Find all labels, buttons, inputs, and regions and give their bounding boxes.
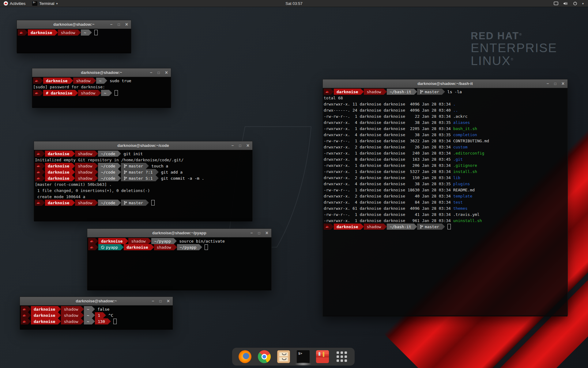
maximize-button[interactable]: □ bbox=[239, 144, 241, 148]
minimize-button[interactable]: − bbox=[152, 299, 154, 303]
file-name: lib bbox=[453, 175, 460, 180]
maximize-button[interactable]: □ bbox=[554, 82, 556, 86]
close-button[interactable]: × bbox=[165, 70, 168, 75]
close-button[interactable]: × bbox=[562, 81, 564, 86]
ls-row: drwxrwxr-x. 11 darknoise darknoise 4096 … bbox=[324, 102, 455, 106]
prompt-segment-path: ~ bbox=[81, 29, 89, 36]
active-app-glow bbox=[295, 362, 312, 366]
prompt-segment-hat bbox=[88, 238, 95, 244]
volume-icon[interactable] bbox=[563, 2, 568, 6]
power-icon[interactable] bbox=[573, 1, 577, 6]
redhat-prompt-icon bbox=[36, 177, 40, 180]
terminal-line: -rw-rw-r--. 1 darknoise darknoise 18630 … bbox=[324, 187, 567, 193]
redhat-prompt-icon bbox=[36, 171, 40, 174]
command-text: git init bbox=[123, 151, 143, 156]
title-bar[interactable]: darknoise@shadow:~ −□× bbox=[20, 297, 173, 305]
maximize-button[interactable]: □ bbox=[118, 23, 120, 26]
terminal-window-code: darknoise@shadow:~/code −□× darknoisesha… bbox=[34, 141, 253, 220]
terminal-content[interactable]: darknoiseshadow~/bash-itmasterls -latota… bbox=[323, 88, 567, 316]
terminal-content[interactable]: darknoiseshadow~/pyappsource bin/activat… bbox=[87, 237, 271, 290]
prompt-segment-branch: master ?:1 bbox=[121, 169, 155, 175]
title-bar[interactable]: darknoise@shadow:~ −□× bbox=[32, 68, 171, 77]
ls-row: drwxrwxr-x. 2 darknoise darknoise 150 Ja… bbox=[324, 175, 460, 180]
toolbox-icon[interactable] bbox=[316, 350, 329, 363]
maximize-button[interactable]: □ bbox=[258, 231, 260, 235]
prompt-segment-user: darknoise bbox=[31, 306, 58, 312]
maximize-button[interactable]: □ bbox=[159, 299, 161, 303]
terminal-line: darknoiseshadow~/bash-itmaster bbox=[324, 224, 567, 230]
terminal-line: drwxrwxr-x. 4 darknoise darknoise 38 Jan… bbox=[324, 119, 567, 125]
minimize-button[interactable]: − bbox=[547, 82, 549, 86]
ls-row: -rw-rw-r--. 1 darknoise darknoise 3622 J… bbox=[324, 139, 489, 143]
file-manager-icon[interactable] bbox=[277, 350, 290, 363]
terminal-line: Initialized empty Git repository in /hom… bbox=[35, 157, 251, 163]
terminal-line: darknoiseshadow~sudo true bbox=[33, 78, 170, 84]
redhat-logo-icon bbox=[4, 1, 8, 6]
ls-row: drwxrwxr-x. 4 darknoise darknoise 38 Jan… bbox=[324, 182, 470, 186]
brand-line-1: RED HAT® bbox=[471, 30, 557, 42]
git-branch-icon bbox=[124, 170, 127, 174]
ls-row: drwxrwxr-x. 61 darknoise darknoise 4096 … bbox=[324, 206, 468, 211]
output-text: 1 file changed, 0 insertions(+), 0 delet… bbox=[35, 188, 150, 193]
minimize-button[interactable]: − bbox=[232, 144, 234, 148]
maximize-button[interactable]: □ bbox=[157, 71, 160, 75]
terminal-line: darknoiseshadow~130 bbox=[21, 318, 172, 324]
window-title: darknoise@shadow:~ bbox=[53, 22, 94, 27]
title-bar[interactable]: darknoise@shadow:~/bash-it −□× bbox=[323, 79, 567, 88]
prompt-segment-hat bbox=[35, 169, 42, 175]
terminal-line: darknoiseshadow~/codemaster S:1git commi… bbox=[35, 175, 251, 181]
prompt-segment-path: ~/pyapp bbox=[177, 244, 199, 250]
close-button[interactable]: × bbox=[125, 22, 128, 27]
prompt-segment-user: darknoise bbox=[43, 78, 70, 84]
close-button[interactable]: × bbox=[167, 299, 170, 304]
terminal-cursor bbox=[447, 224, 451, 229]
redhat-prompt-icon bbox=[36, 164, 40, 167]
system-menu-chevron-icon[interactable]: ▾ bbox=[582, 2, 584, 5]
terminal-content[interactable]: darknoiseshadow~sudo true[sudo] password… bbox=[32, 77, 171, 108]
terminal-cursor bbox=[151, 200, 155, 205]
activities-label: Activities bbox=[10, 1, 25, 6]
clock[interactable]: Sat 03:57 bbox=[0, 1, 588, 6]
prompt-segment-host: shadow bbox=[364, 224, 384, 230]
file-name: .editorconfig bbox=[453, 151, 484, 155]
terminal-content[interactable]: darknoiseshadow~/codegit initInitialized… bbox=[34, 150, 252, 221]
terminal-line: darknoiseshadow~1^C bbox=[21, 312, 172, 318]
output-text: [master (root-commit) 50bcb63] . bbox=[35, 182, 111, 187]
focused-app-menu[interactable]: $> Terminal ▾ bbox=[29, 0, 61, 7]
activities-button[interactable]: Activities bbox=[0, 0, 29, 7]
terminal-line: -rwxrwxr-x. 1 darknoise darknoise 2205 J… bbox=[324, 125, 567, 132]
chrome-icon[interactable] bbox=[258, 350, 271, 363]
terminal-line: darknoiseshadow~/codemaster ?:1git add a bbox=[35, 169, 251, 175]
terminal-line: drwxrwxr-x. 61 darknoise darknoise 4096 … bbox=[324, 205, 567, 211]
minimize-button[interactable]: − bbox=[110, 22, 113, 26]
app-grid-icon[interactable] bbox=[335, 350, 348, 363]
title-bar[interactable]: darknoise@shadow:~/code −□× bbox=[34, 141, 252, 150]
close-button[interactable]: × bbox=[247, 143, 249, 148]
terminal-content[interactable]: darknoiseshadow~ bbox=[17, 29, 131, 53]
prompt-segment-hat bbox=[21, 318, 28, 324]
display-icon[interactable] bbox=[554, 2, 558, 5]
title-bar[interactable]: darknoise@shadow:~/pyapp −□× bbox=[87, 229, 271, 237]
minimize-button[interactable]: − bbox=[251, 231, 253, 235]
command-text: source bin/activate bbox=[179, 239, 225, 243]
command-text: touch a bbox=[151, 164, 168, 168]
firefox-icon[interactable] bbox=[239, 350, 251, 363]
file-name: uninstall.sh bbox=[453, 218, 482, 223]
terminal-window-home-2: darknoise@shadow:~ −□× darknoiseshadow~f… bbox=[20, 297, 173, 329]
prompt-segment-user: darknoise bbox=[45, 163, 72, 169]
terminal-icon[interactable]: $> bbox=[297, 350, 310, 363]
file-name: .travis.yml bbox=[453, 212, 480, 217]
redhat-prompt-icon bbox=[22, 308, 26, 311]
terminal-line: drwx------. 24 darknoise darknoise 4096 … bbox=[324, 107, 567, 113]
prompt-segment-host: shadow bbox=[75, 169, 95, 175]
prompt-segment-path: ~ bbox=[96, 78, 104, 84]
title-bar[interactable]: darknoise@shadow:~ −□× bbox=[17, 20, 131, 29]
prompt-segment-hat bbox=[21, 312, 28, 318]
prompt-segment-host: shadow bbox=[75, 175, 95, 181]
window-title: darknoise@shadow:~/code bbox=[117, 143, 169, 148]
close-button[interactable]: × bbox=[266, 231, 268, 236]
command-text: ls -la bbox=[447, 90, 462, 94]
terminal-line: drwxrwxr-x. 4 darknoise darknoise 38 Jan… bbox=[324, 132, 567, 138]
terminal-content[interactable]: darknoiseshadow~falsedarknoiseshadow~1^C… bbox=[20, 305, 173, 330]
minimize-button[interactable]: − bbox=[150, 71, 153, 75]
